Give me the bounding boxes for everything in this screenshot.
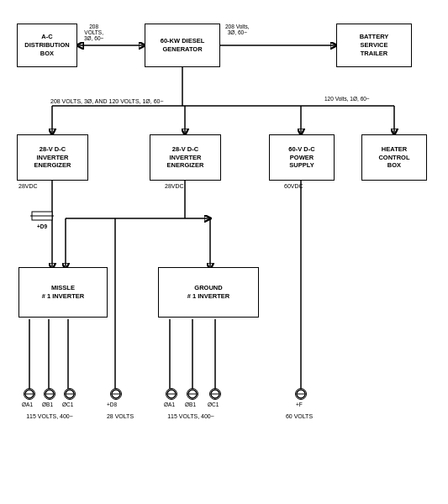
missle-box: MISSLE # 1 INVERTER [18, 267, 108, 318]
bottom-mid2-label: 115 VOLTS, 400~ [153, 413, 229, 419]
generator-box: 60-KW DIESEL GENERATOR [145, 24, 220, 67]
connector-f [295, 388, 307, 400]
connector-ob1-left-label: ØB1 [42, 402, 53, 407]
connector-circle-svg3 [65, 389, 75, 399]
bottom-right-label: 60 VOLTS [282, 413, 316, 419]
connector-oa1-right [166, 388, 177, 400]
60vdc-label: 60VDC [284, 183, 303, 189]
connector-ob1-right [187, 388, 198, 400]
connector-circle-svg5 [166, 389, 177, 399]
connector-f-label: +F [296, 402, 303, 407]
battery-box: BATTERY SERVICE TRAILER [336, 24, 412, 67]
connector-oa1-left-label: ØA1 [22, 402, 33, 407]
inv1-box: 28-V D-C INVERTER ENERGIZER [17, 134, 88, 181]
diagram: A-C DISTRIBUTION BOX 60-KW DIESEL GENERA… [0, 0, 448, 504]
connector-oc1-right [209, 388, 221, 400]
connector-oa1-left [24, 388, 35, 400]
28vdc-left-label: 28VDC [18, 183, 38, 189]
connector-d8-label: +D8 [107, 402, 117, 407]
gen-dist-voltage-label: 208 VOLTS, 3Ø, 60~ [84, 24, 103, 41]
connector-oc1-right-label: ØC1 [208, 402, 219, 407]
connector-oc1-left [64, 388, 76, 400]
connector-d8 [110, 388, 122, 400]
28vdc-right-label: 28VDC [165, 183, 184, 189]
connector-circle-svg [24, 389, 34, 399]
bus-label: 208 VOLTS, 3Ø, AND 120 VOLTS, 1Ø, 60~ [50, 98, 164, 104]
heater-box: HEATER CONTROL BOX [361, 134, 427, 181]
ac-dist-box: A-C DISTRIBUTION BOX [17, 24, 77, 67]
d9-symbol: +D9 [30, 208, 54, 229]
inv2-box: 28-V D-C INVERTER ENERGIZER [150, 134, 221, 181]
gen-bat-voltage-label: 208 Volts, 3Ø, 60~ [225, 24, 250, 35]
connector-oa1-right-label: ØA1 [164, 402, 175, 407]
diode-svg [30, 208, 54, 223]
connection-lines [0, 0, 448, 504]
heater-voltage-label: 120 Volts, 1Ø, 60~ [324, 96, 370, 102]
bottom-left-label: 115 VOLTS, 400~ [12, 413, 87, 419]
connector-circle-svg4 [111, 389, 121, 399]
connector-ob1-right-label: ØB1 [185, 402, 196, 407]
connector-circle-svg2 [45, 389, 55, 399]
bottom-mid1-label: 28 VOLTS [99, 413, 141, 419]
connector-ob1-left [44, 388, 55, 400]
connector-circle-svg6 [187, 389, 198, 399]
ground-box: GROUND # 1 INVERTER [158, 267, 259, 318]
connector-circle-svg7 [210, 389, 220, 399]
connector-circle-svg8 [296, 389, 306, 399]
psu-box: 60-V D-C POWER SUPPLY [269, 134, 335, 181]
connector-oc1-left-label: ØC1 [62, 402, 73, 407]
